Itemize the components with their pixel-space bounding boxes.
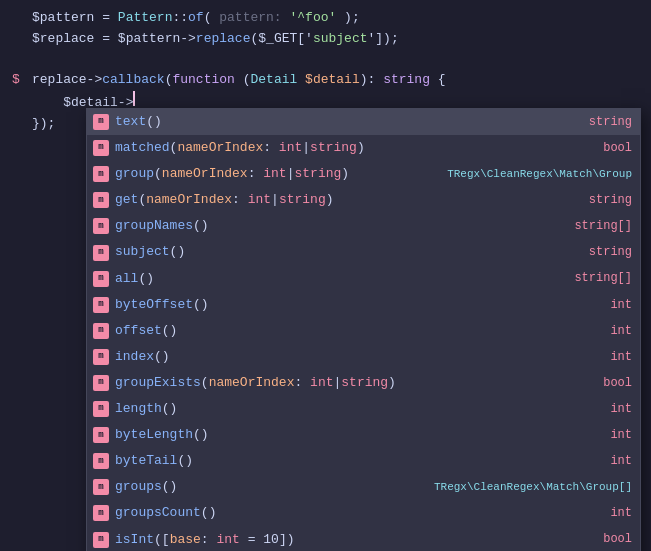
autocomplete-item-all[interactable]: m all() string[] [87, 266, 640, 292]
token: ( [235, 70, 251, 91]
token: Pattern [118, 8, 173, 29]
method-icon: m [93, 271, 109, 287]
return-type: bool [552, 373, 632, 393]
token: $_GET [258, 29, 297, 50]
return-type: int [552, 347, 632, 367]
return-type: bool [552, 529, 632, 549]
autocomplete-item-groupexists[interactable]: m groupExists(nameOrIndex: int|string) b… [87, 370, 640, 396]
method-icon: m [93, 218, 109, 234]
autocomplete-item-isint[interactable]: m isInt([base: int = 10]) bool [87, 527, 640, 552]
method-name: byteOffset() [115, 294, 552, 316]
token: function [172, 70, 234, 91]
method-icon: m [93, 375, 109, 391]
token: pattern: [219, 8, 289, 29]
return-type: TRegx\CleanRegex\Match\Group [447, 165, 632, 184]
method-icon: m [93, 532, 109, 548]
token: { [430, 70, 446, 91]
method-name: offset() [115, 320, 552, 342]
method-name: text() [115, 111, 552, 133]
method-name: length() [115, 398, 552, 420]
token: ): [360, 70, 383, 91]
method-icon: m [93, 297, 109, 313]
method-icon: m [93, 401, 109, 417]
autocomplete-dropdown[interactable]: m text() string m matched(nameOrIndex: i… [86, 108, 641, 551]
return-type: int [552, 295, 632, 315]
return-type: int [552, 503, 632, 523]
return-type: string[] [552, 268, 632, 288]
token: ( [165, 70, 173, 91]
method-name: group(nameOrIndex: int|string) [115, 163, 447, 185]
token: }); [32, 114, 55, 135]
method-name: groupExists(nameOrIndex: int|string) [115, 372, 552, 394]
autocomplete-item-get[interactable]: m get(nameOrIndex: int|string) string [87, 187, 640, 213]
method-name: all() [115, 268, 552, 290]
code-line-3 [0, 50, 651, 71]
autocomplete-item-byteoffset[interactable]: m byteOffset() int [87, 292, 640, 318]
method-icon: m [93, 114, 109, 130]
method-name: byteTail() [115, 450, 552, 472]
token: :: [172, 8, 188, 29]
autocomplete-item-subject[interactable]: m subject() string [87, 239, 640, 265]
token: = [94, 8, 117, 29]
token: [' [297, 29, 313, 50]
method-icon: m [93, 479, 109, 495]
autocomplete-item-groups[interactable]: m groups() TRegx\CleanRegex\Match\Group[… [87, 474, 640, 500]
method-icon: m [93, 245, 109, 261]
autocomplete-item-groupnames[interactable]: m groupNames() string[] [87, 213, 640, 239]
token: $replace [32, 29, 94, 50]
gutter-3 [12, 50, 28, 71]
autocomplete-item-bytelength[interactable]: m byteLength() int [87, 422, 640, 448]
token: $pattern [118, 29, 180, 50]
token: ); [336, 8, 359, 29]
method-name: matched(nameOrIndex: int|string) [115, 137, 552, 159]
autocomplete-item-offset[interactable]: m offset() int [87, 318, 640, 344]
method-icon: m [93, 349, 109, 365]
token: $detail [305, 70, 360, 91]
return-type: int [552, 425, 632, 445]
token: -> [87, 70, 103, 91]
token: $pattern [32, 8, 94, 29]
autocomplete-item-group[interactable]: m group(nameOrIndex: int|string) TRegx\C… [87, 161, 640, 187]
token: string [383, 70, 430, 91]
return-type: int [552, 451, 632, 471]
gutter-6 [12, 114, 28, 135]
token: ( [250, 29, 258, 50]
token: Detail [250, 70, 297, 91]
token: ( [204, 8, 220, 29]
method-icon: m [93, 192, 109, 208]
token [297, 70, 305, 91]
return-type: string[] [552, 216, 632, 236]
text-cursor [133, 91, 135, 106]
method-icon: m [93, 505, 109, 521]
token: subject [313, 29, 368, 50]
method-name: isInt([base: int = 10]) [115, 529, 552, 551]
method-icon: m [93, 166, 109, 182]
autocomplete-item-bytetail[interactable]: m byteTail() int [87, 448, 640, 474]
token: callback [102, 70, 164, 91]
return-type: string [552, 190, 632, 210]
token: -> [180, 29, 196, 50]
autocomplete-item-matched[interactable]: m matched(nameOrIndex: int|string) bool [87, 135, 640, 161]
method-icon: m [93, 323, 109, 339]
method-name: groupNames() [115, 215, 552, 237]
gutter-1 [12, 8, 28, 29]
autocomplete-item-text[interactable]: m text() string [87, 109, 640, 135]
token: replace [196, 29, 251, 50]
method-name: byteLength() [115, 424, 552, 446]
gutter-4: $ [12, 70, 28, 91]
method-icon: m [93, 427, 109, 443]
token: ']); [368, 29, 399, 50]
token: of [188, 8, 204, 29]
return-type: TRegx\CleanRegex\Match\Group[] [434, 478, 632, 497]
return-type: int [552, 399, 632, 419]
return-type: int [552, 321, 632, 341]
autocomplete-item-length[interactable]: m length() int [87, 396, 640, 422]
token [32, 93, 63, 114]
autocomplete-item-groupscount[interactable]: m groupsCount() int [87, 500, 640, 526]
token: '^foo' [289, 8, 336, 29]
autocomplete-item-index[interactable]: m index() int [87, 344, 640, 370]
method-name: index() [115, 346, 552, 368]
method-name: groups() [115, 476, 434, 498]
code-line-2: $replace = $pattern -> replace ( $_GET [… [0, 29, 651, 50]
token: replace [32, 70, 87, 91]
